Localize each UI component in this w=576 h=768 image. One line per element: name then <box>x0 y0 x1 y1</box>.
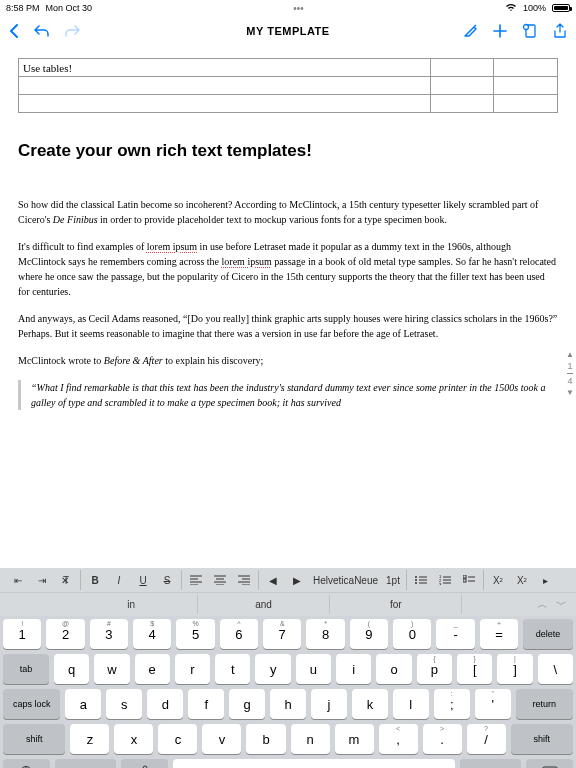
align-center-icon[interactable] <box>208 570 232 590</box>
key-k[interactable]: k <box>352 689 388 719</box>
table-cell[interactable] <box>430 77 494 95</box>
key-r[interactable]: r <box>175 654 210 684</box>
doc-heading[interactable]: Create your own rich text templates! <box>18 141 558 161</box>
shift-key[interactable]: shift <box>3 724 65 754</box>
subscript-button[interactable]: X2 <box>510 570 534 590</box>
symbols-key[interactable]: .?123 <box>460 759 521 768</box>
doc-paragraph[interactable]: McClintock wrote to Before & After to ex… <box>18 353 558 368</box>
hide-keyboard-key[interactable] <box>526 759 573 768</box>
doc-blockquote[interactable]: “What I find remarkable is that this tex… <box>18 380 558 410</box>
undo-icon[interactable] <box>34 24 50 38</box>
page-down-arrow[interactable]: ▼ <box>566 388 574 397</box>
bullet-list-icon[interactable] <box>409 570 433 590</box>
bold-button[interactable]: B <box>83 570 107 590</box>
return-key[interactable]: return <box>516 689 573 719</box>
key-3[interactable]: #3 <box>90 619 128 649</box>
globe-key[interactable] <box>3 759 50 768</box>
key-2[interactable]: @2 <box>46 619 84 649</box>
align-right-icon[interactable] <box>232 570 256 590</box>
key-t[interactable]: t <box>215 654 250 684</box>
doc-paragraph[interactable]: It's difficult to find examples of lorem… <box>18 239 558 299</box>
key-e[interactable]: e <box>135 654 170 684</box>
space-key[interactable] <box>173 759 455 768</box>
prev-suggestion-icon[interactable]: ︿ <box>537 597 548 612</box>
key-d[interactable]: d <box>147 689 183 719</box>
indent-left-icon[interactable]: ⇤ <box>6 570 30 590</box>
key-m[interactable]: m <box>335 724 374 754</box>
add-icon[interactable] <box>492 23 508 39</box>
table-cell[interactable] <box>494 77 558 95</box>
table-cell[interactable] <box>19 77 431 95</box>
align-left-icon[interactable] <box>184 570 208 590</box>
key-=[interactable]: += <box>480 619 518 649</box>
shift-key[interactable]: shift <box>511 724 573 754</box>
key-a[interactable]: a <box>65 689 101 719</box>
key-h[interactable]: h <box>270 689 306 719</box>
superscript-button[interactable]: X2 <box>486 570 510 590</box>
page-indicator[interactable]: ▲ 1 4 ▼ <box>566 350 574 397</box>
key-c[interactable]: c <box>158 724 197 754</box>
delete-key[interactable]: delete <box>523 619 573 649</box>
key-4[interactable]: $4 <box>133 619 171 649</box>
key-n[interactable]: n <box>291 724 330 754</box>
table-cell[interactable] <box>430 95 494 113</box>
next-suggestion-icon[interactable]: ﹀ <box>556 597 567 612</box>
clear-format-icon[interactable]: T✕ <box>54 570 78 590</box>
key-.[interactable]: >. <box>423 724 462 754</box>
highlighter-icon[interactable] <box>462 23 478 39</box>
key--[interactable]: _- <box>436 619 474 649</box>
key-j[interactable]: j <box>311 689 347 719</box>
mic-key[interactable] <box>121 759 168 768</box>
italic-button[interactable]: I <box>107 570 131 590</box>
collapse-toolbar-icon[interactable]: ▸ <box>534 570 558 590</box>
key-o[interactable]: o <box>376 654 411 684</box>
table-cell[interactable] <box>494 95 558 113</box>
underline-button[interactable]: U <box>131 570 155 590</box>
document-area[interactable]: Use tables! Create your own rich text te… <box>0 50 576 568</box>
strike-button[interactable]: S <box>155 570 179 590</box>
tab-key[interactable]: tab <box>3 654 49 684</box>
back-icon[interactable] <box>8 23 20 39</box>
key-5[interactable]: %5 <box>176 619 214 649</box>
key-q[interactable]: q <box>54 654 89 684</box>
key-,[interactable]: <, <box>379 724 418 754</box>
key-/[interactable]: ?/ <box>467 724 506 754</box>
key-u[interactable]: u <box>296 654 331 684</box>
key-][interactable]: |] <box>497 654 532 684</box>
key-[[interactable]: }[ <box>457 654 492 684</box>
page-up-arrow[interactable]: ▲ <box>566 350 574 359</box>
suggestion-word[interactable]: for <box>330 595 462 614</box>
table-cell[interactable] <box>494 59 558 77</box>
share-icon[interactable] <box>552 23 568 39</box>
key-l[interactable]: l <box>393 689 429 719</box>
key-x[interactable]: x <box>114 724 153 754</box>
key-y[interactable]: y <box>255 654 290 684</box>
suggestion-word[interactable]: and <box>198 595 330 614</box>
key-6[interactable]: ^6 <box>220 619 258 649</box>
suggestion-word[interactable]: in <box>66 595 198 614</box>
key-v[interactable]: v <box>202 724 241 754</box>
key-s[interactable]: s <box>106 689 142 719</box>
key-8[interactable]: *8 <box>306 619 344 649</box>
key-f[interactable]: f <box>188 689 224 719</box>
number-list-icon[interactable]: 123 <box>433 570 457 590</box>
template-icon[interactable] <box>522 23 538 39</box>
key-'[interactable]: "' <box>475 689 511 719</box>
key-9[interactable]: (9 <box>350 619 388 649</box>
doc-paragraph[interactable]: And anyways, as Cecil Adams reasoned, “[… <box>18 311 558 341</box>
key-\[interactable]: \ <box>538 654 573 684</box>
suggestion-blank[interactable] <box>462 601 528 609</box>
font-name[interactable]: HelveticaNeue <box>309 570 382 590</box>
font-smaller-icon[interactable]: ◀ <box>261 570 285 590</box>
indent-right-icon[interactable]: ⇥ <box>30 570 54 590</box>
key-g[interactable]: g <box>229 689 265 719</box>
checklist-icon[interactable] <box>457 570 481 590</box>
suggestion-blank[interactable] <box>0 601 66 609</box>
font-size[interactable]: 1pt <box>382 570 404 590</box>
key-;[interactable]: :; <box>434 689 470 719</box>
symbols-key[interactable]: .?123 <box>55 759 116 768</box>
key-b[interactable]: b <box>246 724 285 754</box>
key-0[interactable]: )0 <box>393 619 431 649</box>
sample-table[interactable]: Use tables! <box>18 58 558 113</box>
redo-icon[interactable] <box>64 24 80 38</box>
